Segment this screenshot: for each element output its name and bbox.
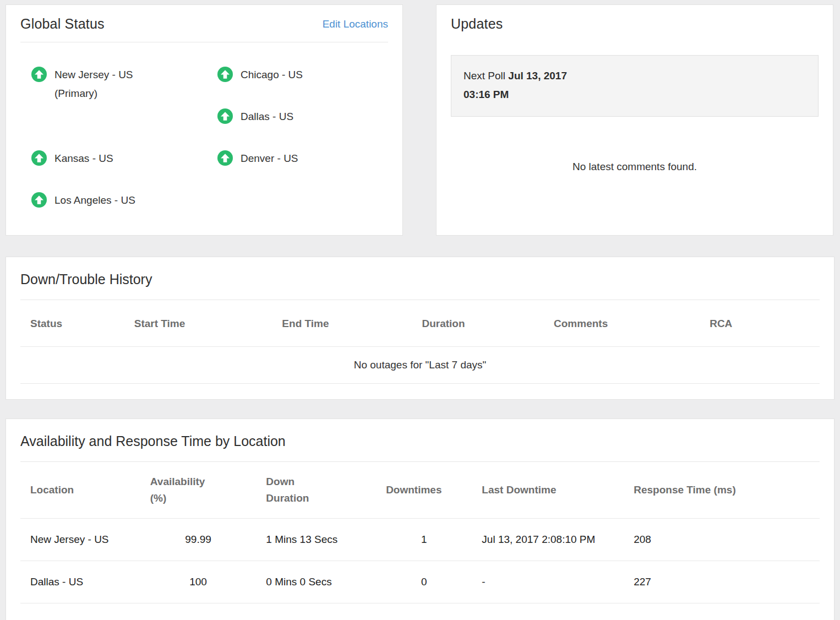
- no-comments-message: No latest comments found.: [451, 161, 819, 173]
- table-row-new-jersey: New Jersey - US 99.99 1 Mins 13 Secs 1 J…: [20, 519, 820, 561]
- updates-panel: Updates Next Poll Jul 13, 2017 03:16 PM …: [436, 4, 833, 236]
- location-item-kansas: Kansas - US: [31, 150, 217, 192]
- status-up-icon: [217, 67, 233, 82]
- cell-last-downtime: -: [472, 561, 624, 603]
- down-history-title: Down/Trouble History: [20, 257, 820, 300]
- col-response-time: Response Time (ms): [624, 462, 820, 519]
- empty-state-row: No outages for "Last 7 days": [20, 347, 820, 384]
- cell-downtimes: 1: [376, 519, 472, 561]
- status-up-icon: [217, 150, 233, 166]
- status-up-icon: [217, 108, 233, 124]
- col-comments: Comments: [544, 300, 700, 347]
- next-poll-time-line: 03:16 PM: [463, 85, 806, 104]
- down-history-table: Status Start Time End Time Duration Comm…: [20, 300, 820, 384]
- cell-availability: 100: [140, 561, 257, 603]
- col-downtimes: Downtimes: [376, 462, 472, 519]
- availability-panel: Availability and Response Time by Locati…: [6, 418, 834, 620]
- location-label: Denver - US: [241, 150, 298, 166]
- cell-availability: 99.99: [140, 519, 257, 561]
- location-label: Kansas - US: [54, 150, 113, 166]
- locations-grid: New Jersey - US (Primary) Chicago - US: [31, 67, 388, 234]
- location-item-los-angeles: Los Angeles - US: [31, 192, 217, 234]
- updates-header: Updates: [451, 5, 819, 42]
- cell-location: Dallas - US: [20, 561, 140, 603]
- table-header-row: Location Availability (%) Down Duration …: [20, 462, 820, 519]
- col-down-duration: Down Duration: [256, 462, 376, 519]
- col-last-downtime: Last Downtime: [472, 462, 624, 519]
- location-label: Los Angeles - US: [54, 192, 135, 208]
- edit-locations-link[interactable]: Edit Locations: [323, 18, 388, 30]
- top-row: Global Status Edit Locations New Jersey …: [6, 4, 834, 236]
- cell-downtimes: 0: [376, 561, 472, 603]
- cell-response-time: 208: [624, 519, 820, 561]
- col-duration: Duration: [412, 300, 544, 347]
- col-status: Status: [20, 300, 124, 347]
- status-up-icon: [31, 67, 47, 82]
- next-poll-time: 03:16 PM: [463, 89, 509, 100]
- col-rca: RCA: [700, 300, 820, 347]
- availability-table: Location Availability (%) Down Duration …: [20, 462, 820, 603]
- page: Global Status Edit Locations New Jersey …: [0, 0, 840, 620]
- table-row-dallas: Dallas - US 100 0 Mins 0 Secs 0 - 227: [20, 561, 820, 603]
- next-poll-box: Next Poll Jul 13, 2017 03:16 PM: [451, 55, 819, 117]
- col-end-time: End Time: [272, 300, 412, 347]
- col-start-time: Start Time: [124, 300, 272, 347]
- cell-location: New Jersey - US: [20, 519, 140, 561]
- no-outages-message: No outages for "Last 7 days": [20, 347, 820, 384]
- next-poll-date: Jul 13, 2017: [508, 70, 567, 81]
- location-label: Dallas - US: [241, 108, 293, 124]
- location-item-new-jersey: New Jersey - US (Primary): [31, 67, 217, 150]
- down-history-panel: Down/Trouble History Status Start Time E…: [6, 257, 834, 400]
- availability-title: Availability and Response Time by Locati…: [20, 419, 820, 462]
- updates-title: Updates: [451, 16, 503, 32]
- status-up-icon: [31, 192, 47, 208]
- cell-response-time: 227: [624, 561, 820, 603]
- global-status-title: Global Status: [20, 16, 105, 32]
- location-item-dallas: Dallas - US: [217, 108, 388, 150]
- col-availability: Availability (%): [140, 462, 257, 519]
- location-item-denver: Denver - US: [217, 150, 388, 192]
- cell-down-duration: 1 Mins 13 Secs: [256, 519, 376, 561]
- cell-down-duration: 0 Mins 0 Secs: [256, 561, 376, 603]
- table-header-row: Status Start Time End Time Duration Comm…: [20, 300, 820, 347]
- next-poll-label: Next Poll: [463, 70, 505, 81]
- location-label: Chicago - US: [241, 67, 303, 82]
- next-poll-line: Next Poll Jul 13, 2017: [463, 67, 806, 85]
- global-status-header: Global Status Edit Locations: [20, 5, 388, 42]
- status-up-icon: [31, 150, 47, 166]
- col-location: Location: [20, 462, 140, 519]
- cell-last-downtime: Jul 13, 2017 2:08:10 PM: [472, 519, 624, 561]
- location-label: New Jersey - US (Primary): [54, 67, 133, 101]
- location-item-chicago: Chicago - US: [217, 67, 388, 108]
- global-status-panel: Global Status Edit Locations New Jersey …: [6, 4, 403, 236]
